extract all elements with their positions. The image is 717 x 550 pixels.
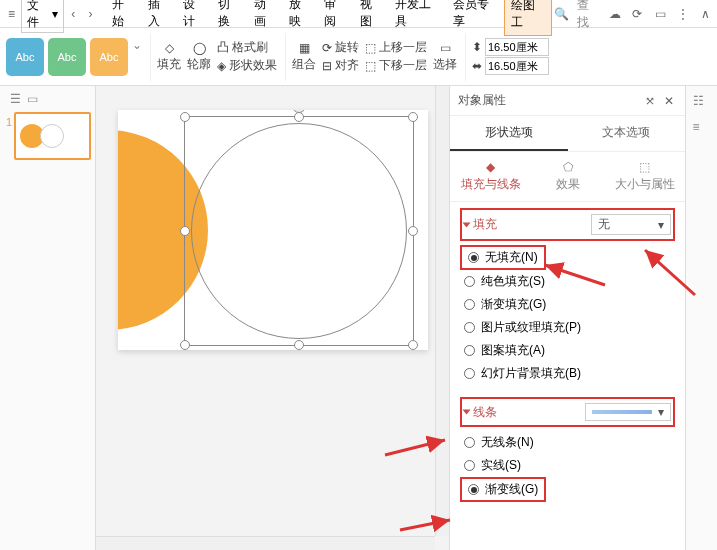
outline-icon: ◯ xyxy=(193,41,206,55)
shape-style-1[interactable]: Abc xyxy=(6,38,44,76)
rotate-button[interactable]: ⟳旋转 xyxy=(322,39,359,56)
cloud-icon[interactable]: ☁ xyxy=(607,6,622,22)
line-gradient-label: 渐变线(G) xyxy=(485,481,538,498)
tab-insert[interactable]: 插入 xyxy=(142,0,176,36)
line-none-radio[interactable]: 无线条(N) xyxy=(460,431,675,454)
handle-sw[interactable] xyxy=(180,340,190,350)
triangle-icon xyxy=(463,222,471,227)
scrollbar-vertical[interactable] xyxy=(435,86,449,536)
shape-effect-button[interactable]: ◈形状效果 xyxy=(217,57,277,74)
handle-e[interactable] xyxy=(408,226,418,236)
properties-header: 对象属性 ⤧ ✕ xyxy=(450,86,685,116)
effect-icon: ◈ xyxy=(217,59,226,73)
subtab-effect[interactable]: ⬠效果 xyxy=(531,160,604,193)
handle-s[interactable] xyxy=(294,340,304,350)
line-solid-radio[interactable]: 实线(S) xyxy=(460,454,675,477)
tab-transition[interactable]: 切换 xyxy=(212,0,246,36)
fill-button[interactable]: ◇填充 xyxy=(157,41,181,73)
handle-nw[interactable] xyxy=(180,112,190,122)
chevron-down-icon: ▾ xyxy=(52,7,58,21)
tab-animation[interactable]: 动画 xyxy=(248,0,282,36)
handle-ne[interactable] xyxy=(408,112,418,122)
shape-style-2[interactable]: Abc xyxy=(48,38,86,76)
outline-view-icon[interactable]: ☰ xyxy=(10,92,21,106)
subtab-fill-line[interactable]: ◆填充与线条 xyxy=(454,160,527,193)
ribbon-tabs: 开始 插入 设计 切换 动画 放映 审阅 视图 开发工具 会员专享 绘图工 xyxy=(106,0,552,36)
outline-button[interactable]: ◯轮廓 xyxy=(187,41,211,73)
fill-picture-radio[interactable]: 图片或纹理填充(P) xyxy=(460,316,675,339)
ribbon: Abc Abc Abc ⌄ ◇填充 ◯轮廓 凸格式刷 ◈形状效果 ▦组合 ⟳旋转… xyxy=(0,28,717,86)
menu-icon[interactable]: ≡ xyxy=(4,6,19,22)
section-line-label: 线条 xyxy=(473,404,497,421)
handle-w[interactable] xyxy=(180,226,190,236)
fill-none-radio[interactable]: 无填充(N) xyxy=(460,245,546,270)
outline-label: 轮廓 xyxy=(187,56,211,73)
handle-se[interactable] xyxy=(408,340,418,350)
fill-line-icon: ◆ xyxy=(486,160,495,174)
slide-thumbnail-1[interactable]: 1 xyxy=(14,112,91,160)
rail-icon-1[interactable]: ☷ xyxy=(693,94,711,112)
file-menu[interactable]: 文件 ▾ xyxy=(21,0,63,33)
bring-forward-button[interactable]: ⬚上移一层 xyxy=(365,39,427,56)
section-fill[interactable]: 填充 无▾ xyxy=(460,208,675,241)
fill-gradient-radio[interactable]: 渐变填充(G) xyxy=(460,293,675,316)
rail-icon-2[interactable]: ≡ xyxy=(693,120,711,138)
tab-start[interactable]: 开始 xyxy=(106,0,140,36)
format-painter-button[interactable]: 凸格式刷 xyxy=(217,39,277,56)
tab-text-options[interactable]: 文本选项 xyxy=(568,116,686,151)
scrollbar-horizontal[interactable] xyxy=(96,536,435,550)
search-area: 🔍 查找 ☁ ⟳ ▭ ⋮ ∧ xyxy=(554,0,713,31)
pin-icon[interactable]: ⤧ xyxy=(642,93,658,109)
width-input[interactable] xyxy=(485,57,549,75)
fill-solid-radio[interactable]: 纯色填充(S) xyxy=(460,270,675,293)
subtab-size[interactable]: ⬚大小与属性 xyxy=(608,160,681,193)
search-label[interactable]: 查找 xyxy=(577,0,599,31)
ribbon-stack-format: 凸格式刷 ◈形状效果 xyxy=(217,39,277,74)
radio-icon xyxy=(464,299,475,310)
tab-slideshow[interactable]: 放映 xyxy=(283,0,317,36)
slide[interactable] xyxy=(118,110,428,350)
tab-shape-options[interactable]: 形状选项 xyxy=(450,116,568,151)
fill-pattern-radio[interactable]: 图案填充(A) xyxy=(460,339,675,362)
ribbon-stack-arrange: ⟳旋转 ⊟对齐 xyxy=(322,39,359,74)
next-icon[interactable]: › xyxy=(83,6,98,22)
line-none-label: 无线条(N) xyxy=(481,434,534,451)
selected-circle-shape[interactable] xyxy=(191,123,407,339)
fill-none-label: 无填充(N) xyxy=(485,249,538,266)
fill-slidebg-radio[interactable]: 幻灯片背景填充(B) xyxy=(460,362,675,385)
tab-view[interactable]: 视图 xyxy=(354,0,388,36)
line-type-select[interactable]: ▾ xyxy=(585,403,671,421)
more-icon[interactable]: ⋮ xyxy=(675,6,690,22)
tab-devtools[interactable]: 开发工具 xyxy=(389,0,446,36)
shape-style-3[interactable]: Abc xyxy=(90,38,128,76)
tab-review[interactable]: 审阅 xyxy=(318,0,352,36)
select-icon: ▭ xyxy=(440,41,451,55)
section-line[interactable]: 线条 ▾ xyxy=(460,397,675,427)
prev-icon[interactable]: ‹ xyxy=(66,6,81,22)
search-icon[interactable]: 🔍 xyxy=(554,7,569,21)
group-icon: ▦ xyxy=(299,41,310,55)
canvas[interactable] xyxy=(96,86,449,550)
sync-icon[interactable]: ⟳ xyxy=(630,6,645,22)
bell-icon[interactable]: ▭ xyxy=(653,6,668,22)
expand-icon[interactable]: ∧ xyxy=(698,6,713,22)
line-swatch xyxy=(592,410,652,414)
close-icon[interactable]: ✕ xyxy=(661,93,677,109)
line-gradient-radio[interactable]: 渐变线(G) xyxy=(460,477,546,502)
tab-member[interactable]: 会员专享 xyxy=(447,0,504,36)
tab-design[interactable]: 设计 xyxy=(177,0,211,36)
radio-icon xyxy=(464,437,475,448)
slide-view-icon[interactable]: ▭ xyxy=(27,92,38,106)
tab-drawing[interactable]: 绘图工 xyxy=(504,0,552,36)
select-button[interactable]: ▭选择 xyxy=(433,41,457,73)
send-backward-button[interactable]: ⬚下移一层 xyxy=(365,57,427,74)
group-button[interactable]: ▦组合 xyxy=(292,41,316,73)
radio-icon xyxy=(464,368,475,379)
gallery-expand-icon[interactable]: ⌄ xyxy=(132,38,142,76)
selection-box[interactable] xyxy=(184,116,414,346)
height-input[interactable] xyxy=(485,38,549,56)
handle-n[interactable] xyxy=(294,112,304,122)
align-button[interactable]: ⊟对齐 xyxy=(322,57,359,74)
fill-type-select[interactable]: 无▾ xyxy=(591,214,671,235)
shape-style-gallery[interactable]: Abc Abc Abc ⌄ xyxy=(6,38,142,76)
